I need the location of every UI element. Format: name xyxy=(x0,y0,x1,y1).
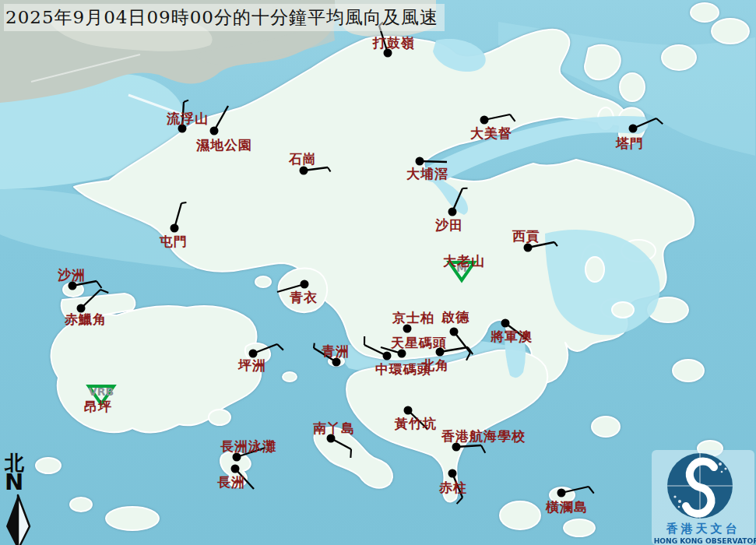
hko-logo-name-english: HONG KONG OBSERVATORY xyxy=(654,536,753,545)
wind-barb-feather xyxy=(466,353,470,360)
hko-logo-icon xyxy=(652,450,754,520)
station-kings-park: 京士柏 xyxy=(392,310,434,333)
map-title: 2025年9月04日09時00分的十分鐘平均風向及風速 xyxy=(4,4,445,31)
station-dot xyxy=(398,350,406,358)
station-waglan-island: 橫瀾島 xyxy=(545,487,594,515)
station-north-point: 北角 xyxy=(420,347,473,373)
station-tseung-kwan-o: 將軍澳 xyxy=(490,319,533,345)
station-dot xyxy=(300,167,308,175)
wind-barb-feather xyxy=(181,202,186,203)
station-dot xyxy=(332,358,341,367)
station-dot xyxy=(629,125,638,133)
station-tuen-mun: 屯門 xyxy=(159,202,188,249)
station-dot xyxy=(450,328,459,336)
wind-barb-feather xyxy=(97,281,101,288)
station-hk-sea-school: 香港航海學校 xyxy=(441,428,526,453)
station-dot xyxy=(448,469,457,478)
station-label: 大埔滘 xyxy=(406,166,448,181)
station-tsing-yi: 青衣 xyxy=(277,280,318,306)
station-stanley: 赤柱 xyxy=(438,469,467,505)
wind-barb-feather xyxy=(481,445,485,453)
station-shek-kong: 石崗 xyxy=(288,151,330,175)
special-marker-ngong-ping: VRB昂坪 xyxy=(84,385,114,414)
station-label: 昂坪 xyxy=(84,399,112,414)
station-tai-mei-tuk: 大美督 xyxy=(470,114,515,141)
station-lamma-island: 南丫島 xyxy=(313,420,355,458)
station-dot xyxy=(436,348,445,357)
station-green-island: 青洲 xyxy=(314,343,350,367)
station-label: 赤柱 xyxy=(438,480,467,495)
station-dot xyxy=(231,465,240,473)
station-label: 赤鱲角 xyxy=(64,311,107,327)
station-label: 濕地公園 xyxy=(195,137,252,153)
station-label: 石崗 xyxy=(288,151,317,167)
station-label: 沙田 xyxy=(434,217,463,233)
wind-barb-feather xyxy=(184,100,188,102)
wind-map: 打鼓嶺流浮山濕地公園石崗大美督大埔滘沙田西貢塔門屯門沙洲赤鱲角青衣青洲京士柏天星… xyxy=(0,0,756,545)
station-dot xyxy=(480,116,489,125)
station-dot xyxy=(524,244,533,252)
station-cheung-chau-beach: 長洲泳灘 xyxy=(220,438,276,462)
station-label: 大老山 xyxy=(443,253,485,269)
wind-barb-feather xyxy=(100,290,108,293)
station-dot xyxy=(452,443,461,452)
station-dot xyxy=(403,325,412,333)
special-marker-tates-cairn: M大老山 xyxy=(443,253,485,280)
special-code: VRB xyxy=(89,385,114,398)
station-dot xyxy=(301,280,309,289)
station-label: 長洲泳灘 xyxy=(220,438,276,454)
wind-barb-feather xyxy=(350,449,351,458)
station-dot xyxy=(501,319,510,328)
station-label: 沙洲 xyxy=(57,267,86,283)
station-label: 香港航海學校 xyxy=(441,428,526,444)
station-label: 打鼓嶺 xyxy=(372,35,415,51)
station-dot xyxy=(557,489,566,498)
station-peng-chau: 坪洲 xyxy=(237,344,283,373)
station-label: 北角 xyxy=(420,357,449,373)
station-sai-kung: 西貢 xyxy=(512,228,557,252)
station-dot xyxy=(69,282,77,290)
station-label: 大美督 xyxy=(470,125,512,141)
wind-barb-feather xyxy=(457,498,462,504)
station-lau-fau-shan: 流浮山 xyxy=(166,100,209,133)
station-label: 流浮山 xyxy=(166,111,209,126)
station-label: 青洲 xyxy=(322,343,350,359)
station-tai-po-kau: 大埔滘 xyxy=(406,157,448,182)
compass-label-n: N xyxy=(5,471,37,494)
station-label: 啟德 xyxy=(441,309,469,325)
wind-barb-feather xyxy=(554,242,557,246)
wind-barb-feather xyxy=(314,343,315,348)
station-dot xyxy=(233,453,241,462)
wind-barb-feather xyxy=(277,344,283,350)
north-arrow-icon xyxy=(3,494,33,545)
wind-barb-feather xyxy=(510,114,515,121)
station-label: 橫瀾島 xyxy=(545,499,588,515)
station-tap-mun: 塔門 xyxy=(615,118,663,151)
wind-barb-feather xyxy=(656,118,663,124)
station-cheung-chau: 長洲 xyxy=(217,465,254,490)
station-sha-tin: 沙田 xyxy=(434,188,467,233)
station-dot xyxy=(210,127,219,135)
station-label: 坪洲 xyxy=(237,357,266,373)
station-dot xyxy=(404,406,413,415)
station-label: 西貢 xyxy=(512,228,540,244)
station-label: 南丫島 xyxy=(313,420,355,436)
wind-barb-shaft xyxy=(214,106,228,131)
hko-logo-name-chinese: 香港天文台 xyxy=(652,522,754,536)
hko-logo: 香港天文台 HONG KONG OBSERVATORY xyxy=(652,450,754,545)
wind-barb-feather xyxy=(589,487,594,494)
station-label: 京士柏 xyxy=(392,310,434,325)
station-dot xyxy=(416,157,424,166)
station-sha-chau: 沙洲 xyxy=(57,267,101,290)
station-label: 屯門 xyxy=(159,234,188,249)
station-chek-lap-kok: 赤鱲角 xyxy=(64,290,108,327)
wind-barb-feather xyxy=(328,167,330,171)
station-label: 塔門 xyxy=(615,135,644,151)
stations-layer: 打鼓嶺流浮山濕地公園石崗大美督大埔滘沙田西貢塔門屯門沙洲赤鱲角青衣青洲京士柏天星… xyxy=(0,0,756,545)
station-label: 長洲 xyxy=(217,474,245,490)
compass-north: 北 N xyxy=(3,453,37,545)
station-wong-chuk-hang: 黃竹坑 xyxy=(394,406,437,432)
station-dot xyxy=(383,352,392,360)
station-dot xyxy=(448,208,457,216)
station-label: 黃竹坑 xyxy=(394,416,437,431)
